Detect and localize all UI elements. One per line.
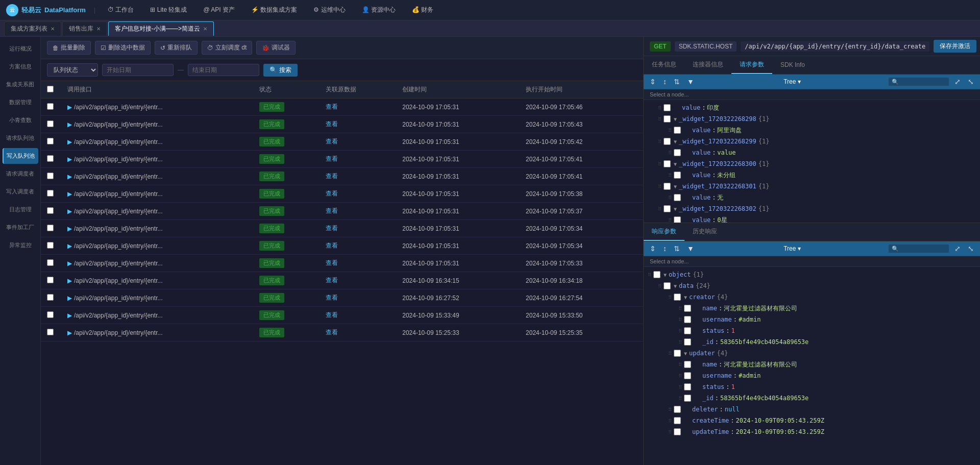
row-related[interactable]: 查看	[320, 272, 396, 289]
node-checkbox[interactable]	[684, 316, 691, 323]
sidebar-item-overview[interactable]: 运行概况	[3, 41, 38, 57]
node-checkbox[interactable]	[674, 406, 681, 413]
resp-collapse-btn[interactable]: ↕	[661, 243, 669, 254]
search-button[interactable]: 🔍 搜索	[263, 64, 298, 77]
sidebar-item-log[interactable]: 日志管理	[3, 202, 38, 217]
sidebar-item-write-queue[interactable]: 写入队列池	[3, 148, 38, 164]
node-checkbox[interactable]	[684, 327, 691, 334]
row-checkbox[interactable]	[47, 259, 54, 266]
list-item[interactable]: ⠿▼_widget_1720322268300{1}	[644, 158, 980, 169]
batch-delete-btn[interactable]: 🗑 批量删除	[47, 41, 91, 55]
row-checkbox[interactable]	[47, 311, 54, 318]
node-checkbox[interactable]	[674, 428, 681, 435]
expand-all-btn[interactable]: ⇕	[648, 77, 658, 87]
expand-arrow[interactable]: ▼	[674, 283, 677, 289]
nav-worktable[interactable]: ⏱ 工作台	[104, 6, 138, 14]
list-item[interactable]: ⠿name:河北霍曼过滤器材有限公司	[644, 359, 980, 370]
tab-request-params[interactable]: 请求参数	[731, 56, 772, 74]
tab-response-params[interactable]: 响应参数	[644, 223, 684, 241]
sidebar-item-relation[interactable]: 集成关系图	[3, 77, 38, 92]
list-item[interactable]: ⠿_id:58365bf4e49cb4054a89653e	[644, 336, 980, 348]
list-item[interactable]: ⠿▼_widget_1720322268298{1}	[644, 113, 980, 125]
sidebar-item-data[interactable]: 数据管理	[3, 94, 38, 110]
row-related[interactable]: 查看	[320, 99, 396, 116]
row-checkbox[interactable]	[47, 329, 54, 335]
node-checkbox[interactable]	[674, 194, 681, 201]
tree-search-input[interactable]	[888, 77, 949, 86]
row-checkbox[interactable]	[47, 225, 54, 231]
row-related[interactable]: 查看	[320, 324, 396, 341]
list-item[interactable]: ⠿deleter:null	[644, 404, 980, 415]
node-checkbox[interactable]	[664, 205, 671, 212]
tab-list[interactable]: 集成方案列表 ✕	[4, 21, 61, 36]
tab-list-close[interactable]: ✕	[51, 26, 55, 32]
row-checkbox[interactable]	[47, 294, 54, 301]
sidebar-item-request-scheduler[interactable]: 请求调度者	[3, 166, 38, 182]
list-item[interactable]: ⠿value:印度	[644, 102, 980, 113]
row-checkbox[interactable]	[47, 103, 54, 110]
expand-arrow[interactable]: ▼	[674, 116, 677, 122]
expand-arrow[interactable]: ▼	[674, 184, 677, 189]
resp-filter-btn[interactable]: ▼	[685, 243, 696, 254]
sidebar-item-request-queue[interactable]: 请求队列池	[3, 130, 38, 146]
list-item[interactable]: ⠿value:value	[644, 147, 980, 158]
list-item[interactable]: ⠿updateTime:2024-10-09T09:05:43.259Z	[644, 426, 980, 437]
nav-lite[interactable]: ⊞ Lite 轻集成	[146, 6, 191, 14]
row-checkbox[interactable]	[47, 242, 54, 249]
sidebar-item-write-scheduler[interactable]: 写入调度者	[3, 184, 38, 200]
node-checkbox[interactable]	[674, 172, 681, 179]
nav-ops[interactable]: ⚙ 运维中心	[309, 6, 349, 14]
list-item[interactable]: ⠿status:1	[644, 381, 980, 393]
expand-arrow[interactable]: ▼	[684, 295, 687, 300]
sidebar-item-query[interactable]: 小青查数	[3, 112, 38, 128]
tab-customer[interactable]: 客户信息对接-小满——>简道云 ✕	[108, 21, 214, 36]
nav-resource[interactable]: 👤 资源中心	[358, 6, 400, 14]
tab-customer-close[interactable]: ✕	[203, 26, 207, 32]
row-related[interactable]: 查看	[320, 151, 396, 168]
row-checkbox[interactable]	[47, 120, 54, 127]
expand-arrow[interactable]: ▼	[684, 351, 687, 356]
node-checkbox[interactable]	[674, 149, 681, 156]
sidebar-item-plan[interactable]: 方案信息	[3, 59, 38, 75]
tree-expand-icon[interactable]: ⤢	[952, 77, 963, 87]
node-checkbox[interactable]	[664, 138, 671, 145]
expand-arrow[interactable]: ▼	[674, 139, 677, 144]
list-item[interactable]: ⠿▼_widget_1720322268301{1}	[644, 181, 980, 192]
expand-arrow[interactable]: ▼	[674, 206, 677, 212]
node-checkbox[interactable]	[684, 305, 691, 312]
row-checkbox[interactable]	[47, 155, 54, 162]
row-related[interactable]: 查看	[320, 203, 396, 220]
batch-select-delete-btn[interactable]: ☑ 删除选中数据	[95, 41, 151, 55]
node-checkbox[interactable]	[684, 372, 691, 379]
sort-btn[interactable]: ⇅	[672, 77, 682, 87]
node-checkbox[interactable]	[664, 115, 671, 123]
row-checkbox[interactable]	[47, 190, 54, 197]
nav-finance[interactable]: 💰 财务	[408, 6, 437, 14]
node-checkbox[interactable]	[684, 361, 691, 368]
row-related[interactable]: 查看	[320, 220, 396, 237]
tab-sales[interactable]: 销售出库 ✕	[62, 21, 107, 36]
tab-sales-close[interactable]: ✕	[96, 26, 101, 32]
list-item[interactable]: ⠿name:河北霍曼过滤器材有限公司	[644, 303, 980, 314]
tab-task-info[interactable]: 任务信息	[644, 56, 684, 74]
expand-arrow[interactable]: ▼	[664, 272, 667, 278]
tab-sdk-info[interactable]: SDK Info	[772, 57, 813, 74]
row-checkbox[interactable]	[47, 138, 54, 144]
resp-collapse-icon[interactable]: ⤡	[966, 243, 976, 254]
list-item[interactable]: ⠿▼_widget_1720322268302{1}	[644, 203, 980, 214]
list-item[interactable]: ⠿▼data{24}	[644, 280, 980, 291]
schedule-btn[interactable]: ⏱ 立刻调度 dt	[202, 41, 252, 55]
row-related[interactable]: 查看	[320, 307, 396, 324]
node-checkbox[interactable]	[674, 350, 681, 357]
node-checkbox[interactable]	[664, 160, 671, 167]
list-item[interactable]: ⠿value:未分组	[644, 169, 980, 181]
tab-connector-info[interactable]: 连接器信息	[684, 56, 731, 74]
queue-status-select[interactable]: 队列状态 已完成 进行中 失败	[47, 63, 98, 77]
nav-api[interactable]: @ API 资产	[199, 6, 239, 14]
row-related[interactable]: 查看	[320, 185, 396, 203]
node-checkbox[interactable]	[664, 183, 671, 190]
node-checkbox[interactable]	[684, 383, 691, 390]
row-related[interactable]: 查看	[320, 237, 396, 255]
list-item[interactable]: ⠿username:#admin	[644, 370, 980, 381]
filter-btn[interactable]: ▼	[685, 77, 696, 87]
